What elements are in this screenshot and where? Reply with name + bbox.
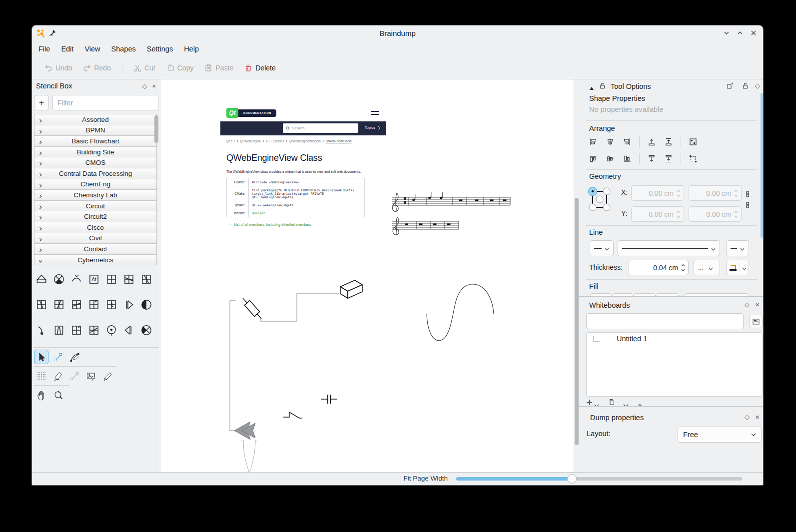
link-y-icon[interactable] [745, 201, 750, 210]
move-down-button[interactable] [623, 401, 629, 406]
new-window-icon[interactable] [727, 82, 734, 91]
list-view-button[interactable] [749, 315, 763, 328]
redo-button[interactable]: Redo [83, 64, 110, 72]
move-up-button[interactable] [637, 401, 643, 406]
grid-tool-button[interactable] [34, 369, 48, 383]
line-style-dropdown[interactable] [618, 240, 720, 256]
thickness-spinbox[interactable]: 0.04 cm [629, 260, 689, 275]
s-curve[interactable] [427, 284, 494, 341]
stencil-shape-junction-mix-5-icon[interactable] [105, 298, 118, 311]
stencil-shape-junction-diag-1-icon[interactable] [122, 273, 135, 286]
cut-button[interactable]: Cut [133, 64, 155, 72]
path-edit-tool-button[interactable] [67, 350, 81, 364]
scrollbar-thumb[interactable] [575, 198, 579, 445]
music-staff-2[interactable] [392, 217, 459, 235]
stencil-shape-buffer-triangle-icon[interactable] [122, 298, 135, 311]
stencil-category-chemistry-lab[interactable]: Chemistry Lab [34, 189, 157, 201]
stencil-category-circuit[interactable]: Circuit [34, 200, 157, 212]
stencil-category-central-data-processing[interactable]: Central Data Processing [34, 168, 157, 179]
connector-tool-button[interactable] [50, 350, 65, 364]
gradient-tool-button[interactable] [67, 369, 81, 383]
stencil-shape-junction-tick-icon[interactable] [70, 324, 83, 337]
width-spinbox[interactable]: 0.00 cm [689, 185, 742, 201]
delete-button[interactable]: Delete [244, 64, 275, 72]
stencil-shape-junction-box-icon[interactable] [105, 273, 118, 286]
zoom-mode-label[interactable]: Fit Page Width [403, 475, 448, 482]
stencil-shape-junction-mix-3-icon[interactable] [70, 298, 83, 311]
anchor-selector[interactable] [586, 184, 615, 222]
switch[interactable] [283, 412, 302, 418]
layout-select[interactable]: Free [678, 427, 762, 443]
minimize-button[interactable] [722, 28, 731, 37]
stencil-shape-arc-transition-icon[interactable] [70, 273, 83, 286]
stencil-category-chemeng[interactable]: ChemEng [34, 179, 157, 190]
menu-edit[interactable]: Edit [55, 43, 79, 55]
paste-button[interactable]: Paste [204, 64, 233, 72]
float-panel-icon[interactable]: ◇ [142, 82, 147, 90]
panel-scrollbar[interactable] [761, 93, 763, 238]
menu-settings[interactable]: Settings [141, 43, 178, 55]
add-stencil-button[interactable]: + [34, 95, 49, 110]
align-left-button[interactable] [588, 137, 598, 146]
bring-to-front-button[interactable] [664, 137, 674, 146]
stencil-shape-junction-mix-1-icon[interactable] [35, 298, 48, 311]
detach-icon[interactable]: ◇ [745, 301, 750, 308]
unlock-icon[interactable] [599, 82, 606, 91]
maximize-button[interactable] [736, 28, 745, 37]
calligraphy-tool-button[interactable] [50, 369, 65, 383]
stencil-category-cybernetics[interactable]: Cybernetics [34, 254, 157, 266]
detach-icon[interactable]: ◇ [755, 82, 760, 89]
stencil-shape-delta-t-box-icon[interactable]: Δt [87, 273, 100, 286]
zoom-tool-button[interactable] [50, 388, 65, 402]
stencil-shape-junction-slash-icon[interactable] [87, 324, 100, 337]
stencil-shape-membrane-box-icon[interactable] [52, 324, 65, 337]
stencil-shape-circle-cross-icon[interactable] [140, 324, 153, 337]
line-end-dropdown[interactable] [726, 240, 749, 256]
detach-icon[interactable]: ◇ [745, 413, 750, 421]
connector-wires[interactable] [230, 293, 339, 431]
stencil-shape-junction-mix-2-icon[interactable] [52, 298, 65, 311]
stencil-shape-arc-asterisk-icon[interactable] [35, 324, 48, 337]
zoom-slider-thumb[interactable] [567, 474, 577, 484]
align-top-button[interactable] [588, 154, 598, 163]
selection-arrow[interactable] [234, 422, 255, 440]
stencil-shape-junction-diag-2-icon[interactable] [140, 273, 153, 286]
remove-whiteboard-button[interactable] [755, 401, 762, 406]
close-button[interactable] [749, 28, 758, 37]
stencil-category-bpmn[interactable]: BPMN [34, 125, 157, 136]
resistor[interactable] [243, 298, 261, 319]
whiteboard-item[interactable]: Untitled 1 [587, 333, 762, 346]
bullet-shape[interactable] [241, 440, 257, 473]
pencil-tool-button[interactable] [100, 369, 114, 383]
menu-view[interactable]: View [79, 43, 105, 55]
send-to-back-button[interactable] [664, 154, 674, 163]
stencil-category-cmos[interactable]: CMOS [34, 157, 157, 168]
collapse-icon[interactable] [589, 84, 594, 93]
music-staff-1[interactable] [392, 192, 510, 212]
whiteboard-name-input[interactable] [586, 313, 744, 329]
stencil-filter-input[interactable] [52, 95, 158, 110]
pan-tool-button[interactable] [34, 388, 48, 402]
whiteboard-canvas[interactable]: Qt DOCUMENTATION Search Topics Qt 6.7›Q [160, 79, 574, 473]
zoom-slider[interactable] [456, 477, 742, 481]
raise-button[interactable] [647, 137, 657, 146]
stencil-category-assorted[interactable]: Assorted [34, 114, 157, 125]
align-hcenter-button[interactable] [605, 137, 615, 146]
stencil-list-scrollbar[interactable] [154, 115, 158, 143]
stencil-shape-junction-mix-4-icon[interactable] [87, 298, 100, 311]
ungroup-button[interactable] [688, 154, 698, 163]
stencil-category-civil[interactable]: Civil [34, 233, 157, 244]
stencil-category-basic-flowchart[interactable]: Basic Flowchart [34, 135, 157, 147]
height-spinbox[interactable]: 0.00 cm [689, 206, 742, 222]
lower-button[interactable] [647, 154, 657, 163]
stencil-category-cisco[interactable]: Cisco [34, 222, 157, 233]
select-tool-button[interactable] [34, 350, 48, 364]
stencil-shape-half-filled-circle-icon[interactable] [140, 298, 153, 311]
stencil-category-circuit2[interactable]: Circuit2 [34, 211, 157, 222]
duplicate-whiteboard-button[interactable] [608, 399, 615, 406]
cap-style-button[interactable] [726, 260, 749, 275]
lock-icon[interactable] [742, 82, 749, 91]
stencil-category-contact[interactable]: Contact [34, 243, 157, 255]
menu-help[interactable]: Help [178, 43, 204, 55]
stencil-shape-triangle-left-icon[interactable] [122, 324, 135, 337]
